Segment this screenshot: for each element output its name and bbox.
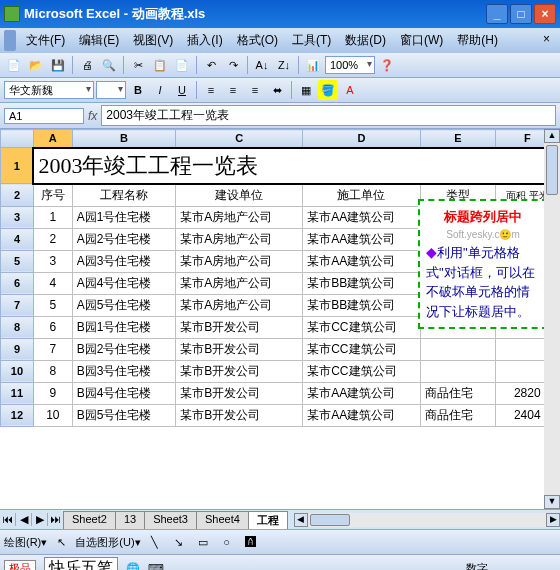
- data-cell[interactable]: 8: [33, 360, 72, 382]
- data-cell[interactable]: B园3号住宅楼: [72, 360, 175, 382]
- save-icon[interactable]: 💾: [48, 55, 68, 75]
- col-header[interactable]: A: [33, 130, 72, 148]
- tab-nav-first-icon[interactable]: ⏮: [0, 513, 16, 526]
- menu-help[interactable]: 帮助(H): [451, 30, 504, 51]
- scroll-thumb[interactable]: [546, 145, 558, 195]
- select-icon[interactable]: ↖: [51, 532, 71, 552]
- data-cell[interactable]: 某市AA建筑公司: [303, 250, 421, 272]
- new-icon[interactable]: 📄: [4, 55, 24, 75]
- data-cell[interactable]: B园5号住宅楼: [72, 404, 175, 426]
- row-header[interactable]: 4: [1, 228, 34, 250]
- fx-icon[interactable]: fx: [88, 109, 97, 123]
- font-size-combo[interactable]: [96, 81, 126, 99]
- paste-icon[interactable]: 📄: [172, 55, 192, 75]
- data-cell[interactable]: 6: [33, 316, 72, 338]
- row-header[interactable]: 7: [1, 294, 34, 316]
- data-cell[interactable]: 某市B开发公司: [176, 404, 303, 426]
- ime-indicator[interactable]: 极品: [4, 560, 36, 570]
- underline-button[interactable]: U: [172, 80, 192, 100]
- header-cell[interactable]: 建设单位: [176, 184, 303, 207]
- align-right-icon[interactable]: ≡: [245, 80, 265, 100]
- data-cell[interactable]: [420, 360, 495, 382]
- menu-grip[interactable]: [4, 30, 16, 51]
- row-header[interactable]: 9: [1, 338, 34, 360]
- data-cell[interactable]: 某市CC建筑公司: [303, 316, 421, 338]
- data-cell[interactable]: B园4号住宅楼: [72, 382, 175, 404]
- data-cell[interactable]: A园2号住宅楼: [72, 228, 175, 250]
- print-icon[interactable]: 🖨: [77, 55, 97, 75]
- data-cell[interactable]: B园1号住宅楼: [72, 316, 175, 338]
- scroll-thumb[interactable]: [310, 514, 350, 526]
- formula-input[interactable]: 2003年竣工工程一览表: [101, 105, 556, 126]
- italic-button[interactable]: I: [150, 80, 170, 100]
- cut-icon[interactable]: ✂: [128, 55, 148, 75]
- menu-view[interactable]: 视图(V): [127, 30, 179, 51]
- data-cell[interactable]: 某市A房地产公司: [176, 272, 303, 294]
- redo-icon[interactable]: ↷: [223, 55, 243, 75]
- data-cell[interactable]: A园1号住宅楼: [72, 206, 175, 228]
- name-box[interactable]: A1: [4, 108, 84, 124]
- data-cell[interactable]: 某市B开发公司: [176, 382, 303, 404]
- data-cell[interactable]: 某市B开发公司: [176, 316, 303, 338]
- sheet-tab[interactable]: 13: [115, 511, 145, 529]
- data-cell[interactable]: A园3号住宅楼: [72, 250, 175, 272]
- open-icon[interactable]: 📂: [26, 55, 46, 75]
- row-header[interactable]: 5: [1, 250, 34, 272]
- bold-button[interactable]: B: [128, 80, 148, 100]
- sheet-tab[interactable]: 工程: [248, 511, 288, 529]
- data-cell[interactable]: 5: [33, 294, 72, 316]
- menu-format[interactable]: 格式(O): [231, 30, 284, 51]
- scroll-up-icon[interactable]: ▲: [544, 129, 560, 143]
- data-cell[interactable]: B园2号住宅楼: [72, 338, 175, 360]
- data-cell[interactable]: 某市A房地产公司: [176, 206, 303, 228]
- copy-icon[interactable]: 📋: [150, 55, 170, 75]
- data-cell[interactable]: 某市CC建筑公司: [303, 360, 421, 382]
- row-header[interactable]: 11: [1, 382, 34, 404]
- header-cell[interactable]: 序号: [33, 184, 72, 207]
- minimize-button[interactable]: _: [486, 4, 508, 24]
- vertical-scrollbar[interactable]: ▲ ▼: [544, 129, 560, 509]
- data-cell[interactable]: 某市A房地产公司: [176, 294, 303, 316]
- sort-asc-icon[interactable]: A↓: [252, 55, 272, 75]
- menu-edit[interactable]: 编辑(E): [73, 30, 125, 51]
- data-cell[interactable]: 商品住宅: [420, 404, 495, 426]
- font-color-icon[interactable]: A: [340, 80, 360, 100]
- select-all-corner[interactable]: [1, 130, 34, 148]
- scroll-right-icon[interactable]: ▶: [546, 513, 560, 527]
- scroll-left-icon[interactable]: ◀: [294, 513, 308, 527]
- menu-window[interactable]: 窗口(W): [394, 30, 449, 51]
- data-cell[interactable]: 10: [33, 404, 72, 426]
- ime-btn[interactable]: 🌐: [126, 562, 140, 570]
- col-header[interactable]: E: [420, 130, 495, 148]
- tab-nav-prev-icon[interactable]: ◀: [16, 513, 32, 526]
- col-header[interactable]: B: [72, 130, 175, 148]
- menu-file[interactable]: 文件(F): [20, 30, 71, 51]
- data-cell[interactable]: 9: [33, 382, 72, 404]
- sheet-tab[interactable]: Sheet4: [196, 511, 249, 529]
- col-header[interactable]: C: [176, 130, 303, 148]
- row-header[interactable]: 1: [1, 148, 34, 184]
- title-cell[interactable]: 2003年竣工工程一览表: [33, 148, 559, 184]
- data-cell[interactable]: A园4号住宅楼: [72, 272, 175, 294]
- arrow-icon[interactable]: ↘: [169, 532, 189, 552]
- data-cell[interactable]: 商品住宅: [420, 382, 495, 404]
- data-cell[interactable]: 7: [33, 338, 72, 360]
- data-cell[interactable]: 某市B开发公司: [176, 338, 303, 360]
- menu-insert[interactable]: 插入(I): [181, 30, 228, 51]
- sheet-tab[interactable]: Sheet3: [144, 511, 197, 529]
- tab-nav-next-icon[interactable]: ▶: [32, 513, 48, 526]
- data-cell[interactable]: 4: [33, 272, 72, 294]
- line-icon[interactable]: ╲: [145, 532, 165, 552]
- row-header[interactable]: 10: [1, 360, 34, 382]
- preview-icon[interactable]: 🔍: [99, 55, 119, 75]
- data-cell[interactable]: 某市AA建筑公司: [303, 382, 421, 404]
- data-cell[interactable]: 某市B开发公司: [176, 360, 303, 382]
- data-cell[interactable]: 某市A房地产公司: [176, 228, 303, 250]
- menu-data[interactable]: 数据(D): [339, 30, 392, 51]
- worksheet-grid[interactable]: A B C D E F 1 2003年竣工工程一览表 2 序号 工程名称 建设单…: [0, 129, 560, 509]
- data-cell[interactable]: 某市CC建筑公司: [303, 338, 421, 360]
- data-cell[interactable]: 某市AA建筑公司: [303, 404, 421, 426]
- header-cell[interactable]: 施工单位: [303, 184, 421, 207]
- textbox-icon[interactable]: 🅰: [241, 532, 261, 552]
- tab-nav-last-icon[interactable]: ⏭: [48, 513, 64, 526]
